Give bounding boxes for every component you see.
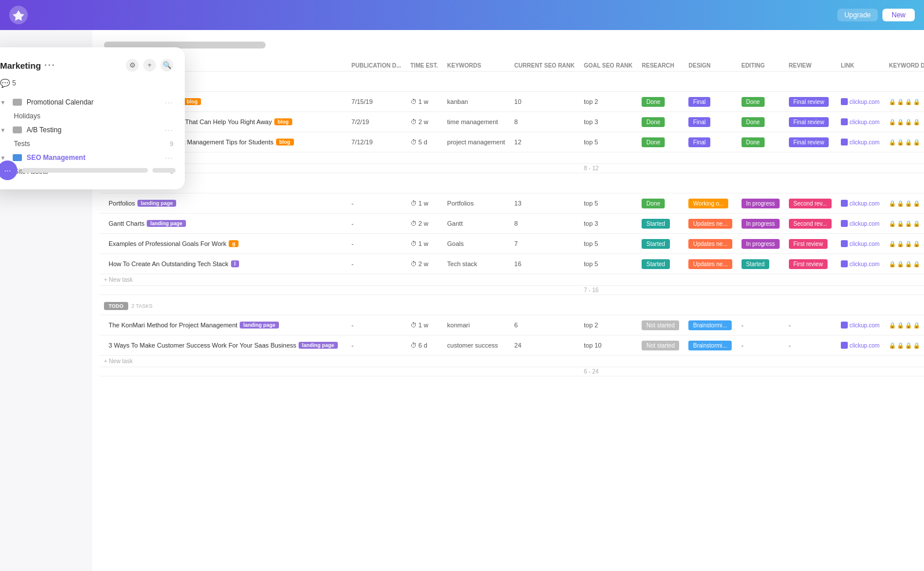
lock-icon: 🔒 (897, 322, 904, 329)
design-cell: Updates ne... (684, 214, 736, 234)
sidebar-item-ab-testing[interactable]: ▼ A/B Testing ··· (0, 122, 173, 137)
settings-icon[interactable]: ⚙ (126, 59, 139, 72)
col-design[interactable]: DESIGN (684, 60, 736, 72)
add-icon[interactable]: + (143, 59, 156, 72)
lock-icon: 🔒 (913, 322, 920, 329)
task-tag: landing page (299, 342, 338, 349)
task-name-cell[interactable]: The KonMari Method for Project Managemen… (99, 315, 347, 335)
col-research[interactable]: RESEARCH (637, 60, 684, 72)
lock-icon: 🔒 (913, 200, 920, 207)
table-row[interactable]: 10 Time Management Tips That Can Help Yo… (99, 112, 924, 132)
link-cell[interactable]: clickup.com (836, 193, 884, 214)
col-editing[interactable]: EDITING (737, 60, 784, 72)
link-cell[interactable]: clickup.com (836, 132, 884, 152)
link-cell[interactable]: clickup.com (836, 234, 884, 254)
task-name-cell[interactable]: Examples of Professional Goals For Work … (99, 234, 347, 254)
research-status: Done (642, 199, 665, 208)
range-row: 7 - 16 (99, 286, 924, 295)
current-rank-cell: 6 (510, 315, 579, 335)
card-menu-dots[interactable]: ··· (44, 60, 55, 70)
review-cell: Second rev... (784, 214, 836, 234)
design-cell: Brainstormi... (684, 335, 736, 356)
new-task-row[interactable]: + New task (99, 274, 924, 286)
new-task-label[interactable]: + New task (99, 274, 924, 286)
upgrade-button[interactable]: Upgrade (837, 9, 878, 21)
link-cell[interactable]: clickup.com (836, 92, 884, 112)
link-cell[interactable]: clickup.com (836, 315, 884, 335)
editing-status: Done (742, 137, 765, 147)
col-goal-rank[interactable]: GOAL SEO RANK (579, 60, 637, 72)
task-name-cell[interactable]: How To Create An Outstanding Tech Stack … (99, 254, 347, 274)
keywords-cell: project management (442, 132, 509, 152)
link-cell[interactable]: clickup.com (836, 214, 884, 234)
editing-cell: Done (737, 92, 784, 112)
table-row[interactable]: What is a Kanban Board? blog 7/15/19 ⏱ 1… (99, 92, 924, 112)
col-link[interactable]: LINK (836, 60, 884, 72)
floating-sidebar-card: Marketing ··· ⚙ + 🔍 💬 5 ▼ Promotional Ca… (0, 47, 185, 189)
new-task-label[interactable]: + New task (99, 356, 924, 367)
content-header (92, 42, 924, 60)
link-icon (841, 322, 848, 329)
link-icon (841, 260, 848, 267)
research-cell: Done (637, 112, 684, 132)
chat-bubble[interactable]: ··· (0, 161, 17, 180)
current-rank-cell: 24 (510, 335, 579, 356)
subnav-item-tests[interactable]: Tests 9 (14, 137, 173, 150)
new-button[interactable]: New (882, 9, 915, 21)
col-keyword-diff[interactable]: KEYWORD DIFFI... (884, 60, 924, 72)
topbar: Upgrade New (0, 0, 924, 30)
link-cell[interactable]: clickup.com (836, 254, 884, 274)
range-value: 8 - 12 (579, 164, 924, 173)
lock-icon: 🔒 (889, 139, 896, 145)
nav-item-dots[interactable]: ··· (165, 125, 173, 135)
col-time-est[interactable]: TIME EST. (406, 60, 443, 72)
subnav-item-holidays[interactable]: Holidays (14, 110, 173, 122)
sidebar-item-promotional-calendar[interactable]: ▼ Promotional Calendar ··· (0, 95, 173, 110)
card-title: Marketing ··· (0, 60, 55, 70)
table-row[interactable]: Gantt Charts landing page - ⏱ 2 w Gantt … (99, 214, 924, 234)
research-status: Done (642, 117, 665, 127)
goal-rank-cell: top 3 (579, 112, 637, 132)
task-tag: blog (276, 139, 294, 145)
lock-icon: 🔒 (889, 261, 896, 267)
table-row[interactable]: The KonMari Method for Project Managemen… (99, 315, 924, 335)
new-task-row[interactable]: + New task (99, 356, 924, 367)
lock-icon: 🔒 (905, 139, 912, 145)
locks-cell: 🔒🔒🔒🔒 (884, 132, 924, 152)
research-cell: Not started (637, 315, 684, 335)
review-status: First review (789, 259, 828, 269)
nav-item-dots[interactable]: ··· (165, 98, 173, 107)
link-url: clickup.com (850, 139, 880, 145)
table-container[interactable]: PUBLICATION D... TIME EST. KEYWORDS CURR… (92, 60, 924, 571)
tasks-count: 2 TASKS (132, 303, 152, 309)
design-status: Working o... (688, 199, 728, 208)
table-row[interactable]: 3 Ways To Make Customer Success Work For… (99, 335, 924, 356)
table-row[interactable]: Examples of Professional Goals For Work … (99, 234, 924, 254)
col-keywords[interactable]: KEYWORDS (442, 60, 509, 72)
col-pub-date[interactable]: PUBLICATION D... (347, 60, 406, 72)
table-row[interactable]: The Most Important Project Management Ti… (99, 132, 924, 152)
subnav-label: Holidays (14, 112, 40, 120)
col-current-rank[interactable]: CURRENT SEO RANK (510, 60, 579, 72)
locks-cell: 🔒🔒🔒🔒 (884, 335, 924, 356)
search-icon[interactable]: 🔍 (161, 59, 173, 72)
link-cell[interactable]: clickup.com (836, 112, 884, 132)
task-name-cell[interactable]: Gantt Charts landing page (99, 214, 347, 234)
current-rank-cell: 16 (510, 254, 579, 274)
task-tag: landing page (137, 200, 177, 207)
table-row[interactable]: How To Create An Outstanding Tech Stack … (99, 254, 924, 274)
design-cell: Final (684, 132, 736, 152)
task-name-cell[interactable]: 3 Ways To Make Customer Success Work For… (99, 335, 347, 356)
lock-icon: 🔒 (905, 119, 912, 125)
link-cell[interactable]: clickup.com (836, 335, 884, 356)
new-task-label[interactable]: + New task (99, 152, 924, 164)
table-row[interactable]: Portfolios landing page - ⏱ 1 w Portfoli… (99, 193, 924, 214)
research-cell: Not started (637, 335, 684, 356)
new-task-row[interactable]: + New task (99, 152, 924, 164)
col-review[interactable]: REVIEW (784, 60, 836, 72)
link-icon (841, 118, 848, 125)
task-name-cell[interactable]: Portfolios landing page (99, 193, 347, 214)
research-status: Not started (642, 341, 679, 350)
design-cell: Final (684, 112, 736, 132)
keywords-cell: Goals (442, 234, 509, 254)
